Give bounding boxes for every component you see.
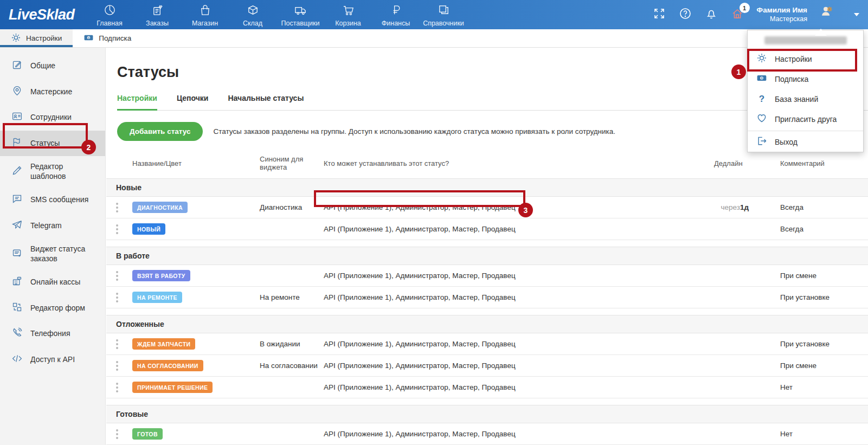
comment-cell: При смене — [764, 362, 868, 370]
fullscreen-icon[interactable] — [653, 7, 666, 22]
comment-cell: При смене — [764, 272, 868, 280]
status-badge[interactable]: ПРИНИМАЕТ РЕШЕНИЕ — [132, 382, 213, 393]
dropdown-item-knowledge-base[interactable]: ? База знаний — [748, 89, 863, 109]
nav-item-finance[interactable]: Финансы — [372, 0, 420, 29]
sidebar-item-sms[interactable]: SMS сообщения — [0, 187, 105, 213]
gear-icon — [11, 33, 21, 44]
pie-chart-icon — [104, 4, 116, 18]
add-status-button[interactable]: Добавить статус — [117, 122, 203, 141]
bell-icon[interactable] — [705, 7, 718, 22]
nav-item-shop[interactable]: Магазин — [181, 0, 229, 29]
paper-plane-icon — [11, 219, 23, 233]
table-row[interactable]: НОВЫЙ API (Приложение 1), Администратор,… — [106, 218, 868, 240]
sidebar-item-template-editor[interactable]: Редактор шаблонов — [0, 156, 105, 187]
navbar-actions: 1 Фамилия Имя Мастерская — [653, 4, 868, 25]
cart-icon — [342, 4, 355, 18]
table-row[interactable]: ДИАГНОСТИКА Диагностика API (Приложение … — [106, 197, 868, 218]
who-cell: API (Приложение 1), Администратор, Масте… — [324, 430, 714, 438]
synonym-cell: На ремонте — [260, 293, 324, 301]
tab-statuses-initial[interactable]: Начальные статусы — [228, 94, 304, 110]
row-menu-icon[interactable] — [116, 293, 121, 302]
sidebar-item-form-editor[interactable]: Редактор форм — [0, 295, 105, 321]
nav-item-orders[interactable]: Заказы — [133, 0, 181, 29]
sidebar-item-statuses[interactable]: Статусы — [0, 131, 105, 157]
user-info[interactable]: Фамилия Имя Мастерская — [757, 6, 807, 24]
who-cell: API (Приложение 1), Администратор, Масте… — [324, 340, 714, 348]
dropdown-item-settings[interactable]: Настройки — [748, 49, 863, 69]
status-badge[interactable]: ДИАГНОСТИКА — [132, 202, 188, 213]
deadline-cell: через1д — [714, 203, 764, 211]
status-badge[interactable]: НОВЫЙ — [132, 223, 165, 235]
user-name: Фамилия Имя — [757, 6, 807, 15]
sidebar-item-status-widget[interactable]: Виджет статуса заказов — [0, 238, 105, 269]
banknote-icon: 0 — [83, 33, 94, 44]
sidebar-item-online-registers[interactable]: Онлайн кассы — [0, 269, 105, 295]
comment-cell: При установке — [764, 340, 868, 348]
tab-subscription[interactable]: 0 Подписка — [73, 29, 142, 47]
status-badge[interactable]: НА СОГЛАСОВАНИИ — [132, 360, 203, 371]
synonym-cell: Диагностика — [260, 203, 324, 211]
row-menu-icon[interactable] — [116, 224, 121, 234]
who-cell: API (Приложение 1), Администратор, Масте… — [324, 362, 714, 370]
dropdown-item-invite-friend[interactable]: Пригласить друга — [748, 109, 863, 129]
nav-item-cart[interactable]: Корзина — [324, 0, 372, 29]
banknote-icon: 0 — [756, 73, 767, 85]
row-menu-icon[interactable] — [116, 429, 121, 439]
phone-icon — [11, 327, 23, 341]
tab-statuses-settings[interactable]: Настройки — [117, 94, 157, 111]
status-badge[interactable]: ГОТОВ — [132, 428, 163, 440]
form-editor-icon — [11, 301, 23, 315]
col-who: Кто может устанавливать этот статус? — [324, 159, 714, 167]
group-header: В работе — [106, 247, 868, 265]
status-badge[interactable]: НА РЕМОНТЕ — [132, 292, 182, 303]
dropdown-item-logout[interactable]: Выход — [748, 131, 863, 151]
tab-statuses-chains[interactable]: Цепочки — [177, 94, 209, 110]
row-menu-icon[interactable] — [116, 203, 121, 212]
status-badge[interactable]: ЖДЕМ ЗАПЧАСТИ — [132, 338, 195, 350]
table-header: Название/Цвет Синоним для виджета Кто мо… — [106, 155, 868, 178]
sidebar-item-api-access[interactable]: Доступ к API — [0, 347, 105, 373]
code-icon — [11, 353, 23, 367]
comment-cell: Нет — [764, 430, 868, 438]
nav-item-warehouse[interactable]: Склад — [229, 0, 277, 29]
avatar[interactable] — [820, 4, 841, 25]
synonym-cell: На согласовании — [260, 362, 324, 370]
help-icon[interactable] — [679, 7, 692, 22]
tab-settings[interactable]: Настройки — [0, 29, 73, 47]
workshop-house-icon[interactable]: 1 — [731, 7, 744, 22]
sidebar-item-general[interactable]: Общие — [0, 53, 105, 79]
flag-icon — [11, 137, 23, 151]
table-row[interactable]: ПРИНИМАЕТ РЕШЕНИЕ API (Приложение 1), Ад… — [106, 377, 868, 398]
table-row[interactable]: НА РЕМОНТЕ На ремонте API (Приложение 1)… — [106, 287, 868, 308]
sidebar-item-telegram[interactable]: Telegram — [0, 213, 105, 239]
app-logo[interactable]: LiveSklad — [0, 7, 86, 23]
heart-icon — [756, 113, 767, 125]
table-row[interactable]: ГОТОВ API (Приложение 1), Администратор,… — [106, 423, 868, 445]
chat-icon — [11, 193, 23, 207]
table-row[interactable]: ЖДЕМ ЗАПЧАСТИ В ожидании API (Приложение… — [106, 333, 868, 355]
user-dropdown-menu: Настройки 0 Подписка ? База знаний Пригл… — [747, 30, 864, 152]
comment-cell: Нет — [764, 383, 868, 391]
sidebar-item-employees[interactable]: Сотрудники — [0, 105, 105, 131]
top-navbar: LiveSklad Главная Заказы Магазин Склад П… — [0, 0, 868, 29]
nav-item-references[interactable]: Справочники — [420, 0, 467, 29]
map-pin-icon — [11, 85, 23, 99]
nav-item-suppliers[interactable]: Поставщики — [277, 0, 324, 29]
dropdown-item-subscription[interactable]: 0 Подписка — [748, 69, 863, 89]
table-row[interactable]: ВЗЯТ В РАБОТУ API (Приложение 1), Админи… — [106, 265, 868, 287]
row-menu-icon[interactable] — [116, 361, 121, 371]
who-cell: API (Приложение 1), Администратор, Масте… — [324, 225, 714, 233]
dropdown-caret-icon — [815, 23, 827, 36]
notification-badge: 1 — [740, 3, 750, 13]
sidebar-item-telephony[interactable]: Телефония — [0, 321, 105, 347]
row-menu-icon[interactable] — [116, 339, 121, 349]
group-header: Готовые — [106, 405, 868, 423]
status-badge[interactable]: ВЗЯТ В РАБОТУ — [132, 270, 190, 281]
row-menu-icon[interactable] — [116, 271, 121, 281]
row-menu-icon[interactable] — [116, 383, 121, 392]
table-row[interactable]: НА СОГЛАСОВАНИИ На согласовании API (При… — [106, 355, 868, 377]
user-menu-caret-icon[interactable] — [854, 13, 859, 19]
sidebar-item-workshops[interactable]: Мастерские — [0, 79, 105, 105]
ruble-icon — [390, 4, 402, 18]
nav-item-main[interactable]: Главная — [86, 0, 133, 29]
